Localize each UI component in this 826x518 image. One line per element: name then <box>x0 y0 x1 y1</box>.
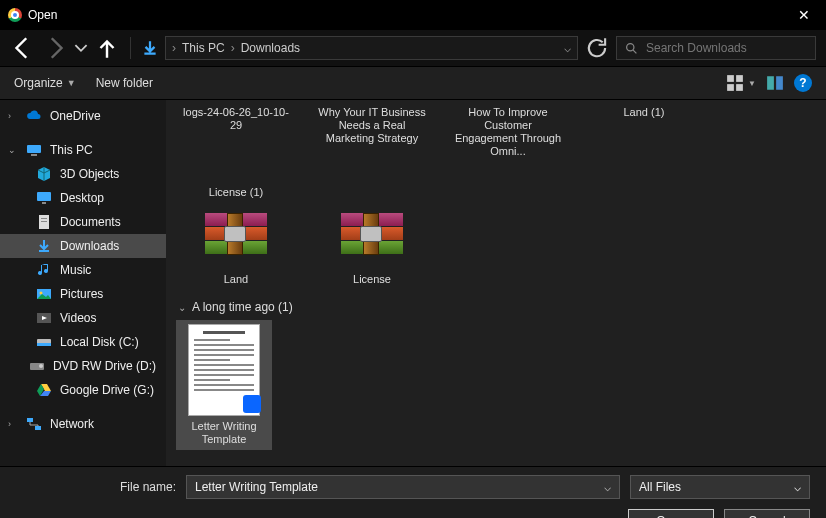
svg-rect-18 <box>37 343 51 346</box>
file-item[interactable]: License (1) <box>176 178 296 203</box>
help-button[interactable]: ? <box>794 74 812 92</box>
app-icon <box>8 8 22 22</box>
file-item[interactable]: logs-24-06-26_10-10-29 <box>176 100 296 162</box>
desktop-icon <box>36 190 52 206</box>
dvd-icon <box>29 358 45 374</box>
window-title: Open <box>28 8 781 22</box>
breadcrumb-downloads[interactable]: Downloads <box>241 41 300 55</box>
svg-rect-22 <box>35 426 41 430</box>
filename-label: File name: <box>16 480 176 494</box>
sidebar-item-videos[interactable]: Videos <box>0 306 166 330</box>
sidebar-this-pc[interactable]: ⌄ This PC <box>0 138 166 162</box>
svg-rect-6 <box>776 76 783 90</box>
picture-icon <box>36 286 52 302</box>
sidebar-item-local-disk-c-[interactable]: Local Disk (C:) <box>0 330 166 354</box>
file-label: How To Improve Customer Engagement Throu… <box>453 106 563 158</box>
svg-rect-8 <box>31 154 37 156</box>
sidebar-item-label: Desktop <box>60 191 104 205</box>
file-item[interactable]: Why Your IT Business Needs a Real Market… <box>312 100 432 162</box>
disk-icon <box>36 334 52 350</box>
sidebar-network[interactable]: › Network <box>0 412 166 436</box>
recent-locations-dropdown[interactable] <box>74 35 88 61</box>
file-type-select[interactable]: All Files ⌵ <box>630 475 810 499</box>
sidebar-item-music[interactable]: Music <box>0 258 166 282</box>
sidebar-onedrive[interactable]: › OneDrive <box>0 104 166 128</box>
filename-dropdown[interactable]: ⌵ <box>604 480 611 494</box>
group-label: A long time ago (1) <box>192 300 293 314</box>
svg-rect-5 <box>767 76 774 90</box>
preview-pane-button[interactable] <box>766 74 784 92</box>
navigation-pane: › OneDrive ⌄ This PC 3D Objects Desktop … <box>0 100 166 466</box>
file-item-letter-writing-template[interactable]: Letter Writing Template <box>176 320 272 450</box>
svg-rect-12 <box>41 218 47 219</box>
download-icon <box>36 238 52 254</box>
filename-input[interactable]: Letter Writing Template ⌵ <box>186 475 620 499</box>
sidebar-item-3d-objects[interactable]: 3D Objects <box>0 162 166 186</box>
sidebar-item-pictures[interactable]: Pictures <box>0 282 166 306</box>
svg-rect-10 <box>42 202 46 204</box>
svg-point-0 <box>627 43 634 50</box>
cloud-icon <box>26 108 42 124</box>
music-icon <box>36 262 52 278</box>
sidebar-item-google-drive-g-[interactable]: Google Drive (G:) <box>0 378 166 402</box>
chevron-right-icon: › <box>172 41 176 55</box>
svg-rect-13 <box>41 221 47 222</box>
chevron-down-icon: ⌵ <box>794 480 801 494</box>
svg-point-20 <box>39 364 43 368</box>
refresh-button[interactable] <box>584 36 610 60</box>
svg-rect-21 <box>27 418 33 422</box>
back-button[interactable] <box>10 35 36 61</box>
document-thumbnail <box>188 324 260 416</box>
file-item[interactable]: How To Improve Customer Engagement Throu… <box>448 100 568 162</box>
sidebar-item-label: Downloads <box>60 239 119 253</box>
sidebar-item-dvd-rw-drive-d-[interactable]: DVD RW Drive (D:) <box>0 354 166 378</box>
file-label: Land <box>224 273 248 286</box>
svg-rect-4 <box>736 84 743 91</box>
svg-rect-9 <box>37 192 51 201</box>
sidebar-item-label: Pictures <box>60 287 103 301</box>
view-options-button[interactable] <box>726 74 744 92</box>
sidebar-item-desktop[interactable]: Desktop <box>0 186 166 210</box>
search-box[interactable] <box>616 36 816 60</box>
gdrive-icon <box>36 382 52 398</box>
sidebar-item-label: Music <box>60 263 91 277</box>
new-folder-button[interactable]: New folder <box>96 76 153 90</box>
cancel-button[interactable]: Cancel <box>724 509 810 518</box>
doc-icon <box>36 214 52 230</box>
open-button[interactable]: Open <box>628 509 714 518</box>
search-input[interactable] <box>646 41 807 55</box>
sidebar-label: This PC <box>50 143 93 157</box>
up-button[interactable] <box>94 35 120 61</box>
file-label: logs-24-06-26_10-10-29 <box>181 106 291 132</box>
video-icon <box>36 310 52 326</box>
file-item[interactable]: Land (1) <box>584 100 704 162</box>
forward-button[interactable] <box>42 35 68 61</box>
sidebar-label: OneDrive <box>50 109 101 123</box>
svg-rect-3 <box>727 84 734 91</box>
address-dropdown[interactable]: ⌵ <box>564 41 571 55</box>
archive-icon <box>340 213 404 269</box>
sidebar-item-downloads[interactable]: Downloads <box>0 234 166 258</box>
sidebar-item-documents[interactable]: Documents <box>0 210 166 234</box>
breadcrumb-this-pc[interactable]: This PC <box>182 41 225 55</box>
file-item[interactable]: License <box>312 209 432 290</box>
chevron-down-icon: ⌄ <box>178 302 186 313</box>
sidebar-item-label: Local Disk (C:) <box>60 335 139 349</box>
svg-rect-2 <box>736 75 743 82</box>
file-list[interactable]: logs-24-06-26_10-10-29Why Your IT Busine… <box>166 100 826 466</box>
search-icon <box>625 42 638 55</box>
filename-value: Letter Writing Template <box>195 480 318 494</box>
file-item[interactable]: Land <box>176 209 296 290</box>
file-label: Why Your IT Business Needs a Real Market… <box>317 106 427 145</box>
close-button[interactable]: ✕ <box>781 0 826 30</box>
group-header[interactable]: ⌄ A long time ago (1) <box>178 300 816 314</box>
network-icon <box>26 416 42 432</box>
cube-icon <box>36 166 52 182</box>
address-bar[interactable]: › This PC › Downloads ⌵ <box>165 36 578 60</box>
pc-icon <box>26 142 42 158</box>
organize-menu[interactable]: Organize ▼ <box>14 76 76 90</box>
sidebar-item-label: DVD RW Drive (D:) <box>53 359 156 373</box>
chevron-right-icon: › <box>231 41 235 55</box>
file-label: Letter Writing Template <box>180 420 268 446</box>
sidebar-label: Network <box>50 417 94 431</box>
